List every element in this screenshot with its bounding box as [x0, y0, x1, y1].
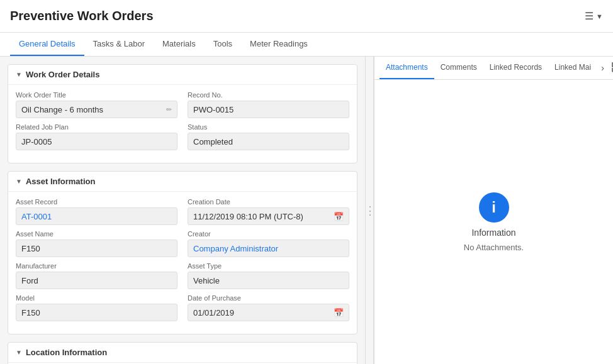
work-order-section-title: Work Order Details	[26, 70, 100, 79]
asset-type-label: Asset Type	[188, 262, 349, 270]
status-group: Status Completed	[188, 123, 349, 150]
asset-name-label: Asset Name	[16, 230, 177, 238]
location-collapse-icon[interactable]: ▼	[16, 349, 22, 356]
page-title: Preventive Work Orders	[10, 9, 154, 23]
model-group: Model F150	[16, 294, 177, 321]
asset-info-section-title: Asset Information	[26, 177, 96, 186]
left-panel: ▼ Work Order Details Work Order Title Oi…	[0, 57, 365, 364]
right-panel: Attachments Comments Linked Records Link…	[374, 57, 613, 364]
tab-meter-readings[interactable]: Meter Readings	[241, 33, 317, 56]
status-value: Completed	[188, 133, 349, 150]
right-panel-content: i Information No Attachments.	[374, 80, 613, 364]
work-order-section-header: ▼ Work Order Details	[8, 65, 357, 85]
record-no-label: Record No.	[188, 91, 349, 99]
asset-record-value: AT-0001	[16, 207, 177, 225]
work-order-title-label: Work Order Title	[16, 91, 177, 99]
info-circle-icon: i	[479, 192, 509, 223]
related-job-plan-label: Related Job Plan	[16, 123, 177, 131]
asset-info-section-header: ▼ Asset Information	[8, 172, 357, 192]
location-info-section-header: ▼ Location Information	[8, 343, 357, 363]
dots-icon: ⋮	[364, 205, 374, 216]
creator-label: Creator	[188, 230, 349, 238]
creation-date-label: Creation Date	[188, 198, 349, 206]
asset-name-value: F150	[16, 240, 177, 257]
asset-type-value: Vehicle	[188, 272, 349, 289]
tab-attachments[interactable]: Attachments	[380, 57, 434, 79]
tab-linked-mail[interactable]: Linked Mai	[548, 57, 597, 79]
edit-icon[interactable]: ✏	[166, 106, 172, 114]
location-info-section-title: Location Information	[26, 348, 107, 357]
work-order-section-body: Work Order Title Oil Change - 6 months ✏…	[8, 85, 357, 163]
asset-type-group: Asset Type Vehicle	[188, 262, 349, 289]
tab-general-details[interactable]: General Details	[10, 33, 84, 56]
tab-bar: General Details Tasks & Labor Materials …	[0, 33, 613, 57]
asset-record-label: Asset Record	[16, 198, 177, 206]
creation-date-group: Creation Date 11/12/2019 08:10 PM (UTC-8…	[188, 198, 349, 225]
asset-info-section-body: Asset Record AT-0001 Creation Date 11/12…	[8, 192, 357, 334]
asset-collapse-icon[interactable]: ▼	[16, 178, 22, 185]
tab-tools[interactable]: Tools	[205, 33, 241, 56]
related-job-plan-value: JP-0005	[16, 133, 177, 150]
info-label: Information	[471, 228, 515, 238]
no-attachments-text: No Attachments.	[464, 243, 524, 252]
tab-linked-records[interactable]: Linked Records	[483, 57, 548, 79]
work-order-collapse-icon[interactable]: ▼	[16, 71, 22, 78]
asset-record-group: Asset Record AT-0001	[16, 198, 177, 225]
work-order-title-value: Oil Change - 6 months ✏	[16, 101, 177, 118]
tab-tasks-labor[interactable]: Tasks & Labor	[84, 33, 154, 56]
main-content: ▼ Work Order Details Work Order Title Oi…	[0, 57, 613, 364]
tab-materials[interactable]: Materials	[154, 33, 205, 56]
manufacturer-group: Manufacturer Ford	[16, 262, 177, 289]
panel-drag-handle[interactable]: ⋮	[365, 57, 374, 364]
record-no-group: Record No. PWO-0015	[188, 91, 349, 118]
model-value: F150	[16, 304, 177, 321]
expand-panel-icon[interactable]	[608, 57, 613, 79]
model-label: Model	[16, 294, 177, 302]
right-tab-scroll-right[interactable]: ›	[597, 58, 608, 78]
related-job-plan-group: Related Job Plan JP-0005	[16, 123, 177, 150]
record-no-value: PWO-0015	[188, 101, 349, 118]
date-of-purchase-group: Date of Purchase 01/01/2019 📅	[188, 294, 349, 321]
work-order-title-group: Work Order Title Oil Change - 6 months ✏	[16, 91, 177, 118]
menu-chevron: ▼	[596, 13, 603, 20]
creator-group: Creator Company Administrator	[188, 230, 349, 257]
manufacturer-label: Manufacturer	[16, 262, 177, 270]
asset-info-section: ▼ Asset Information Asset Record AT-0001…	[8, 171, 357, 334]
menu-icon: ☰	[585, 10, 593, 22]
header-menu-button[interactable]: ☰ ▼	[585, 10, 603, 22]
right-tab-bar: Attachments Comments Linked Records Link…	[374, 57, 613, 80]
date-of-purchase-value: 01/01/2019 📅	[188, 304, 349, 321]
tab-comments[interactable]: Comments	[434, 57, 483, 79]
status-label: Status	[188, 123, 349, 131]
work-order-section: ▼ Work Order Details Work Order Title Oi…	[8, 64, 357, 163]
app-header: Preventive Work Orders ☰ ▼	[0, 0, 613, 33]
asset-name-group: Asset Name F150	[16, 230, 177, 257]
location-info-section: ▼ Location Information Building Name Bui…	[8, 342, 357, 364]
creation-date-value: 11/12/2019 08:10 PM (UTC-8) 📅	[188, 207, 349, 225]
manufacturer-value: Ford	[16, 272, 177, 289]
calendar-icon-purchase[interactable]: 📅	[334, 308, 344, 317]
date-of-purchase-label: Date of Purchase	[188, 294, 349, 302]
calendar-icon[interactable]: 📅	[334, 212, 344, 221]
creator-value: Company Administrator	[188, 240, 349, 257]
